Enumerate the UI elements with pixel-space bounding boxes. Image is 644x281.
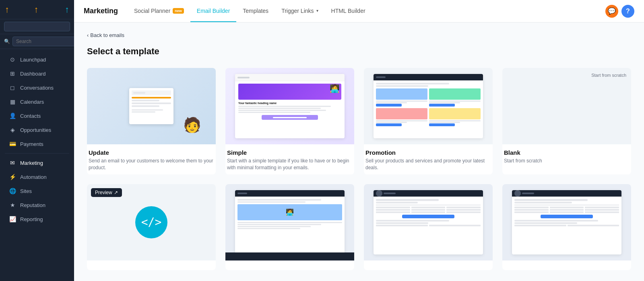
template-card-blank[interactable]: Start from scratch Blank Start from scra…	[502, 68, 631, 174]
account-selector[interactable]	[4, 22, 70, 31]
template-thumb-promotion	[364, 68, 493, 144]
sidebar-item-label: Dashboard	[20, 71, 46, 77]
search-magnifier-icon: 🔍	[4, 39, 10, 44]
template-desc: Send an email to your customers to welco…	[89, 158, 214, 171]
thankyou-email-mock	[512, 190, 621, 254]
top-nav: Marketing Social Planner new Email Build…	[74, 0, 644, 23]
tab-label: HTML Builder	[331, 8, 365, 14]
nav-divider	[5, 153, 69, 154]
template-info-order	[364, 260, 493, 270]
template-card-order[interactable]	[364, 184, 493, 270]
template-thumb-thankyou	[502, 184, 631, 260]
calendars-icon: ▦	[9, 98, 16, 105]
template-card-welcome[interactable]: 🧑‍💻	[225, 184, 354, 270]
template-grid: 🧑 Update Send an email to your customers…	[87, 68, 631, 270]
sidebar-item-payments[interactable]: 💳 Payments	[2, 137, 72, 151]
code-icon: </>	[141, 215, 162, 229]
help-icon: ?	[626, 8, 630, 15]
external-link-icon: ↗	[114, 190, 118, 195]
sidebar-item-label: Opportunities	[20, 127, 51, 133]
sidebar-item-label: Calendars	[20, 99, 44, 105]
screen-line	[132, 105, 159, 107]
sidebar-item-launchpad[interactable]: ⊙ Launchpad	[2, 53, 72, 66]
update-screen-header	[132, 90, 171, 95]
sidebar-item-opportunities[interactable]: ◈ Opportunities	[2, 123, 72, 137]
template-info-promotion: Promotion Sell your products and service…	[364, 144, 493, 174]
template-card-promotion[interactable]: Promotion Sell your products and service…	[364, 68, 493, 174]
sidebar-item-automation[interactable]: ⚡ Automation	[2, 170, 72, 184]
opportunities-icon: ◈	[9, 127, 16, 133]
sidebar-item-label: Sites	[20, 188, 32, 194]
template-desc: Start with a simple template if you like…	[227, 158, 353, 171]
tab-label: Social Planner	[134, 8, 170, 14]
template-card-update[interactable]: 🧑 Update Send an email to your customers…	[87, 68, 216, 174]
sidebar-item-calendars[interactable]: ▦ Calendars	[2, 95, 72, 109]
sidebar-item-label: Reporting	[20, 216, 43, 222]
launchpad-icon: ⊙	[9, 56, 16, 63]
sidebar-item-label: Payments	[20, 141, 43, 147]
tab-label: Templates	[243, 8, 268, 14]
tab-templates[interactable]: Templates	[236, 0, 275, 22]
start-from-scratch-label: Start from scratch	[591, 73, 626, 78]
conversations-icon: ◻	[9, 84, 16, 91]
sidebar-item-marketing[interactable]: ✉ Marketing	[2, 156, 72, 170]
sidebar-item-conversations[interactable]: ◻ Conversations	[2, 81, 72, 94]
sidebar-account	[0, 19, 74, 34]
main-area: Marketing Social Planner new Email Build…	[74, 0, 644, 281]
automation-icon: ⚡	[9, 174, 16, 180]
template-info-update: Update Send an email to your customers t…	[87, 144, 216, 174]
sidebar-search-area: 🔍 ctrl K +	[0, 34, 74, 49]
template-info-welcome	[225, 260, 354, 270]
top-right-icons: 💬 ?	[605, 5, 634, 18]
template-card-simple[interactable]: 🧑‍💻 Your fantastic heading name	[225, 68, 354, 174]
logo-icon-3: ↑	[65, 4, 69, 15]
sidebar-item-contacts[interactable]: 👤 Contacts	[2, 109, 72, 123]
template-card-thankyou[interactable]	[502, 184, 631, 270]
search-input[interactable]	[12, 37, 74, 46]
back-to-emails-link[interactable]: ‹ Back to emails	[87, 32, 631, 38]
template-desc: Sell your products and services and prom…	[365, 158, 491, 171]
update-illustration: 🧑	[97, 75, 206, 137]
screen-line	[132, 103, 171, 104]
dashboard-icon: ⊞	[9, 70, 16, 77]
tab-social-planner[interactable]: Social Planner new	[128, 0, 190, 22]
template-thumb-order	[364, 184, 493, 260]
preview-badge[interactable]: Preview ↗	[91, 188, 122, 197]
sidebar-item-dashboard[interactable]: ⊞ Dashboard	[2, 67, 72, 80]
update-figure: 🧑	[183, 117, 201, 133]
page-title: Select a template	[87, 46, 631, 57]
top-nav-tabs: Social Planner new Email Builder Templat…	[128, 0, 372, 22]
sidebar-item-reputation[interactable]: ★ Reputation	[2, 198, 72, 212]
sidebar-nav: ⊙ Launchpad ⊞ Dashboard ◻ Conversations …	[0, 49, 74, 281]
template-info-blank: Blank Start from scratch	[502, 144, 631, 168]
logo-icon-2: ↑	[34, 4, 39, 15]
help-button[interactable]: ?	[621, 5, 634, 18]
tab-label: Trigger Links	[281, 8, 314, 14]
sidebar-item-label: Conversations	[20, 85, 54, 91]
reputation-icon: ★	[9, 202, 16, 208]
template-name: Simple	[227, 149, 353, 156]
sidebar-item-reporting[interactable]: 📈 Reporting	[2, 212, 72, 226]
template-desc: Start from scratch	[504, 158, 630, 164]
chat-button[interactable]: 💬	[605, 5, 618, 18]
template-info-thankyou	[502, 260, 631, 270]
preview-label: Preview	[95, 190, 112, 195]
reporting-icon: 📈	[9, 216, 16, 222]
order-email-mock	[374, 190, 483, 254]
sidebar-item-label: Marketing	[20, 160, 43, 166]
tab-html-builder[interactable]: HTML Builder	[325, 0, 372, 22]
template-card-code[interactable]: Preview ↗ </>	[87, 184, 216, 270]
sidebar-item-label: Reputation	[20, 202, 45, 208]
chat-icon: 💬	[608, 7, 616, 15]
welcome-email-mock: 🧑‍💻	[235, 190, 345, 254]
back-arrow-icon: ‹	[87, 32, 89, 38]
tab-email-builder[interactable]: Email Builder	[190, 0, 236, 22]
payments-icon: 💳	[9, 141, 16, 147]
tab-trigger-links[interactable]: Trigger Links ▾	[275, 0, 324, 22]
sidebar-item-label: Launchpad	[20, 57, 46, 63]
sidebar-item-sites[interactable]: 🌐 Sites	[2, 184, 72, 198]
sidebar: ↑ ↑ ↑ 🔍 ctrl K + ⊙ Launchpad ⊞ Dashboard…	[0, 0, 74, 281]
update-screen	[129, 88, 173, 124]
page-section-title: Marketing	[84, 7, 118, 15]
code-icon-circle: </>	[135, 206, 167, 238]
